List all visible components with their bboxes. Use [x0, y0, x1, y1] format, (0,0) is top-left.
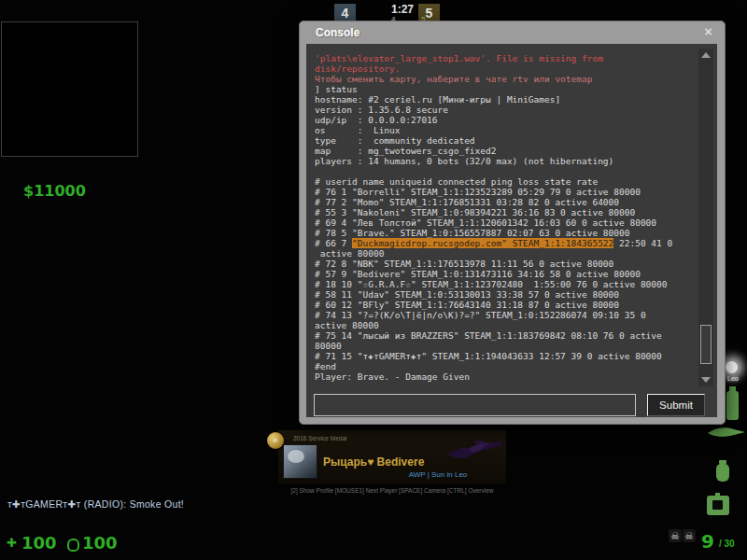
health-cross-icon: ✚: [7, 536, 17, 550]
spectated-player-name: Рыцарь♥ Bedivere: [323, 455, 424, 469]
ammo-reserve-count: / 30: [719, 539, 735, 549]
round-timer: 1:27: [385, 3, 420, 16]
scroll-thumb[interactable]: [700, 325, 712, 364]
close-icon[interactable]: ×: [704, 23, 712, 39]
player-glow: [726, 361, 738, 373]
scroll-up-icon[interactable]: [701, 52, 711, 58]
submit-button[interactable]: Submit: [647, 394, 705, 416]
spectate-player-card: 2016 Service Medal Рыцарь♥ Bedivere AWP …: [267, 430, 506, 484]
radar-map: [1, 21, 138, 157]
game-screen: $11000 4 1:27 5 4 5 т✚тGAMERт✚т (RADIO):…: [0, 0, 747, 560]
console-titlebar[interactable]: Console ×: [300, 21, 725, 44]
spectator-hotkey-hints: [2] Show Profile [MOUSE1] Next Player [S…: [263, 487, 521, 494]
console-panel: 'plats\elevator_large_stop1.wav'. File i…: [306, 44, 717, 417]
health-value: 100: [21, 533, 57, 553]
console-input[interactable]: [314, 394, 636, 416]
console-output[interactable]: 'plats\elevator_large_stop1.wav'. File i…: [315, 53, 692, 386]
weapon-skin-label: AWP | Sun in Leo: [387, 470, 489, 479]
kill-skull-icon: ☠: [683, 529, 696, 542]
molotov-icon: [726, 391, 739, 420]
console-title: Console: [316, 26, 359, 39]
knife-icon: [706, 425, 747, 443]
money-display: $11000: [23, 182, 86, 200]
service-medal-icon: [267, 432, 284, 449]
console-scrollbar[interactable]: [698, 49, 713, 386]
console-window: Console × 'plats\elevator_large_stop1.wa…: [299, 21, 726, 425]
kill-skull-icon: ☠: [669, 529, 682, 542]
armor-value: 100: [82, 533, 118, 553]
awp-weapon-image: [445, 438, 503, 469]
defuse-kit-icon: [707, 496, 729, 515]
grenade-icon: [716, 464, 729, 482]
world-nameplate: Leo: [727, 375, 739, 382]
radio-message: т✚тGAMERт✚т (RADIO): Smoke Out!: [7, 498, 184, 510]
scroll-down-icon[interactable]: [701, 377, 711, 383]
ammo-clip-count: 9: [701, 530, 714, 553]
avatar: [283, 444, 317, 479]
medal-title: 2016 Service Medal: [293, 435, 346, 441]
armor-helmet-icon: [67, 539, 79, 552]
